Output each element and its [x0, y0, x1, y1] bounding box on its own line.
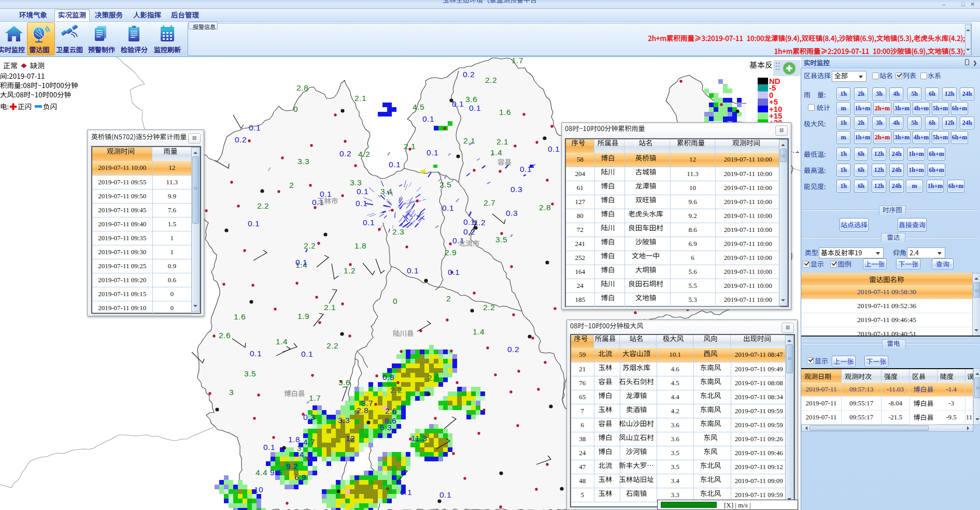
svg-text:0.1: 0.1	[422, 114, 434, 123]
svg-text:6.9: 6.9	[294, 473, 306, 482]
svg-text:0.1: 0.1	[356, 199, 367, 208]
svg-text:4.5: 4.5	[413, 103, 424, 111]
svg-text:2.1: 2.1	[404, 142, 416, 151]
svg-text:0.3: 0.3	[506, 209, 518, 217]
svg-text:0: 0	[293, 105, 298, 113]
svg-text:9.2: 9.2	[286, 462, 298, 471]
svg-text:2.8: 2.8	[539, 203, 551, 212]
svg-text:2.2: 2.2	[390, 386, 402, 395]
svg-text:0.8: 0.8	[382, 373, 394, 382]
svg-text:0: 0	[393, 297, 397, 305]
svg-text:1.6: 1.6	[499, 108, 511, 116]
svg-text:1.8: 1.8	[288, 435, 300, 444]
svg-text:0.3: 0.3	[510, 185, 522, 194]
svg-text:0.1: 0.1	[301, 349, 313, 358]
svg-text:2.8: 2.8	[357, 406, 368, 415]
svg-text:2.1: 2.1	[324, 303, 336, 312]
svg-text:3: 3	[229, 388, 234, 397]
svg-text:0.1: 0.1	[389, 160, 401, 169]
svg-text:0.1: 0.1	[249, 123, 261, 132]
svg-text:0.2: 0.2	[339, 149, 351, 158]
svg-text:1.2: 1.2	[474, 218, 486, 227]
svg-text:2.6: 2.6	[385, 406, 397, 415]
svg-text:1.2: 1.2	[344, 266, 356, 275]
svg-text:0.3: 0.3	[303, 413, 315, 421]
svg-text:0.1: 0.1	[448, 268, 460, 276]
svg-text:2.1: 2.1	[354, 94, 366, 103]
svg-text:4.7: 4.7	[303, 438, 315, 446]
svg-text:8.6: 8.6	[385, 416, 396, 425]
svg-text:0.1: 0.1	[548, 144, 560, 153]
svg-text:2.3: 2.3	[392, 227, 404, 236]
svg-text:4.2: 4.2	[358, 150, 370, 158]
svg-text:3.4: 3.4	[380, 187, 392, 196]
svg-text:2.5: 2.5	[439, 180, 451, 189]
svg-text:0.1: 0.1	[357, 187, 368, 196]
svg-text:2.1: 2.1	[496, 137, 508, 146]
svg-text:2.6: 2.6	[428, 373, 439, 382]
svg-text:2.6: 2.6	[219, 331, 231, 340]
svg-text:0.1: 0.1	[520, 165, 532, 173]
svg-text:0.1: 0.1	[452, 99, 464, 108]
svg-text:1.4: 1.4	[276, 337, 288, 346]
svg-text:0.1: 0.1	[427, 148, 438, 157]
svg-text:10: 10	[254, 485, 263, 494]
svg-text:1.4: 1.4	[473, 327, 485, 336]
svg-text:0.1: 0.1	[295, 258, 307, 267]
svg-text:0.1: 0.1	[439, 490, 451, 499]
svg-text:11.3: 11.3	[411, 434, 427, 443]
svg-text:3.5: 3.5	[244, 369, 256, 378]
svg-text:3.3: 3.3	[350, 178, 362, 187]
svg-text:0.1: 0.1	[312, 198, 324, 207]
svg-text:0.2: 0.2	[507, 345, 519, 354]
svg-text:2.2: 2.2	[483, 303, 495, 312]
svg-text:0.1: 0.1	[442, 203, 454, 212]
svg-text:0.1: 0.1	[407, 266, 419, 275]
svg-text:4.4: 4.4	[255, 468, 267, 477]
svg-text:1.7: 1.7	[309, 394, 321, 402]
svg-text:2.2: 2.2	[485, 76, 497, 84]
svg-text:2.7: 2.7	[484, 198, 495, 207]
svg-text:2.2: 2.2	[304, 241, 316, 250]
svg-text:4.1: 4.1	[300, 450, 311, 459]
svg-text:12: 12	[346, 434, 355, 443]
svg-text:2.2: 2.2	[326, 341, 338, 350]
svg-text:1.6: 1.6	[234, 312, 246, 321]
svg-text:0.2: 0.2	[463, 70, 475, 79]
svg-text:9.6: 9.6	[270, 468, 282, 477]
svg-text:1.8: 1.8	[354, 241, 366, 250]
svg-text:3.3: 3.3	[297, 157, 309, 166]
svg-text:3.3: 3.3	[338, 416, 350, 425]
svg-text:3.6: 3.6	[465, 95, 477, 104]
svg-text:1.9: 1.9	[297, 312, 309, 320]
svg-text:0.1: 0.1	[400, 488, 412, 497]
svg-text:0.1: 0.1	[320, 190, 332, 198]
svg-text:2.1: 2.1	[463, 136, 475, 145]
svg-text:1.7: 1.7	[512, 57, 523, 65]
svg-text:0.2: 0.2	[463, 227, 475, 236]
svg-text:0.2: 0.2	[235, 135, 247, 144]
svg-text:3.6: 3.6	[338, 378, 350, 387]
svg-text:2.8: 2.8	[296, 83, 308, 92]
svg-text:0.1: 0.1	[250, 349, 262, 358]
svg-text:3.5: 3.5	[495, 235, 507, 244]
svg-text:1.4: 1.4	[490, 148, 502, 157]
svg-text:0.1: 0.1	[248, 219, 260, 228]
svg-text:0.1: 0.1	[469, 104, 481, 112]
svg-text:0.1: 0.1	[452, 236, 464, 245]
svg-text:2: 2	[289, 181, 294, 190]
svg-text:2: 2	[446, 294, 451, 303]
svg-text:0.1: 0.1	[263, 443, 275, 451]
svg-text:2.9: 2.9	[445, 248, 457, 257]
svg-text:0.1: 0.1	[363, 218, 375, 227]
svg-text:2.2: 2.2	[257, 201, 269, 210]
